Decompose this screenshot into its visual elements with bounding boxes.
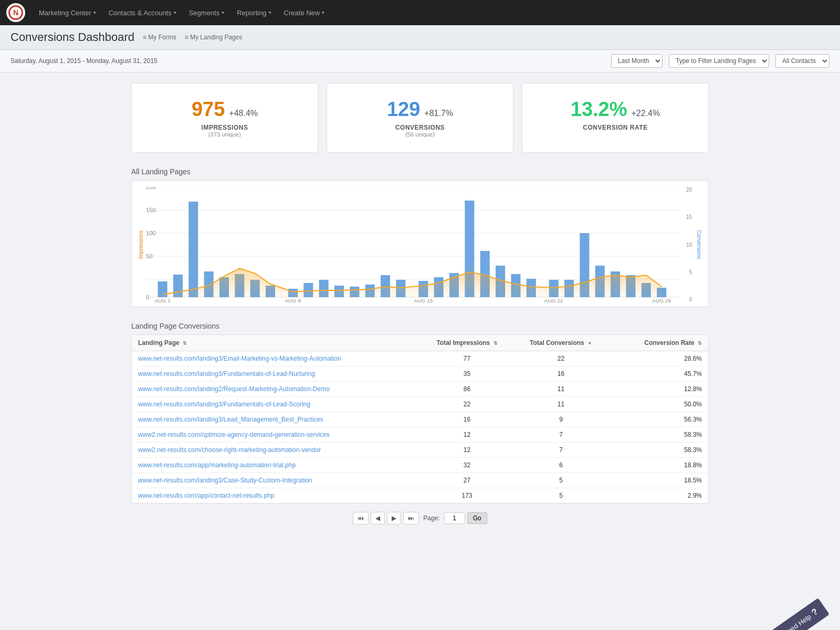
sort-icon-impressions: ⇅ xyxy=(494,341,498,346)
main-content: 975 +48.4% IMPRESSIONS (373 unique) 129 … xyxy=(121,72,719,543)
rate-cell: 2.9% xyxy=(608,492,702,499)
sort-icon-rate: ⇅ xyxy=(698,341,702,346)
landing-page-link[interactable]: www.net-results.com/landing3/Email-Marke… xyxy=(138,355,420,362)
contacts-filter[interactable]: All Contacts xyxy=(775,54,830,68)
chart-svg: 200 150 100 50 0 xyxy=(146,187,679,302)
table-row: www.net-results.com/app/contact-net-resu… xyxy=(132,488,708,503)
chevron-down-icon: ▾ xyxy=(322,10,324,15)
go-button[interactable]: Go xyxy=(467,512,487,524)
pagination: ⏮ ◀ ▶ ⏭ Page: Go xyxy=(131,503,709,533)
filters-bar: Saturday, August 1, 2015 - Monday, Augus… xyxy=(0,50,840,72)
col-header-impressions[interactable]: Total Impressions ⇅ xyxy=(420,339,514,346)
landing-page-link[interactable]: www2.net-results.com/optimize-agency-dem… xyxy=(138,431,420,438)
conversions-cell: 11 xyxy=(514,401,608,408)
table-row: www.net-results.com/app/marketing-automa… xyxy=(132,458,708,473)
landing-page-link[interactable]: www2.net-results.com/choose-right-market… xyxy=(138,446,420,454)
first-page-button[interactable]: ⏮ xyxy=(353,512,369,524)
top-navigation: N Marketing Center ▾ Contacts & Accounts… xyxy=(0,0,840,25)
landing-page-table: Landing Page ⇅ Total Impressions ⇅ Total… xyxy=(131,334,709,503)
sort-icon-page: ⇅ xyxy=(183,341,187,346)
logo[interactable]: N xyxy=(6,3,25,22)
chevron-down-icon: ▾ xyxy=(93,10,96,15)
landing-page-link[interactable]: www.net-results.com/landing3/Lead_Manage… xyxy=(138,416,420,423)
next-page-button[interactable]: ▶ xyxy=(387,512,401,524)
impressions-delta: +48.4% xyxy=(229,109,258,118)
chart-title: All Landing Pages xyxy=(131,167,709,176)
svg-text:AUG 29: AUG 29 xyxy=(652,298,671,302)
date-range-display: Saturday, August 1, 2015 - Monday, Augus… xyxy=(10,57,605,65)
landing-page-filter[interactable]: Type to Filter Landing Pages xyxy=(669,54,769,68)
stat-cards: 975 +48.4% IMPRESSIONS (373 unique) 129 … xyxy=(131,83,709,153)
svg-text:AUG 22: AUG 22 xyxy=(544,298,563,302)
rate-delta: +22.4% xyxy=(632,109,660,118)
conversions-cell: 16 xyxy=(514,370,608,377)
conversions-cell: 11 xyxy=(514,385,608,393)
table-row: www.net-results.com/landing2/Request-Mar… xyxy=(132,382,708,397)
conversions-cell: 22 xyxy=(514,355,608,362)
svg-text:200: 200 xyxy=(146,187,156,190)
table-header: Landing Page ⇅ Total Impressions ⇅ Total… xyxy=(132,335,708,351)
landing-page-link[interactable]: www.net-results.com/app/marketing-automa… xyxy=(138,461,420,469)
rate-cell: 12.8% xyxy=(608,385,702,393)
landing-page-link[interactable]: www.net-results.com/app/contact-net-resu… xyxy=(138,492,420,499)
col-header-conversions[interactable]: Total Conversions ▼ xyxy=(514,339,608,346)
landing-page-link[interactable]: www.net-results.com/landing3/Case-Study-… xyxy=(138,477,420,484)
nav-item-reporting[interactable]: Reporting ▾ xyxy=(232,6,276,20)
rate-cell: 18.5% xyxy=(608,477,702,484)
rate-cell: 56.3% xyxy=(608,416,702,423)
impressions-cell: 27 xyxy=(420,477,514,484)
landing-page-link[interactable]: www.net-results.com/landing2/Request-Mar… xyxy=(138,385,420,393)
svg-rect-13 xyxy=(188,202,198,297)
my-landing-pages-link[interactable]: ≡ My Landing Pages xyxy=(185,34,243,41)
impressions-cell: 16 xyxy=(420,416,514,423)
y-axis-right-label: Conversions xyxy=(694,187,704,302)
conversions-cell: 7 xyxy=(514,431,608,438)
rate-cell: 28.6% xyxy=(608,355,702,362)
col-header-rate[interactable]: Conversion Rate ⇅ xyxy=(608,339,702,346)
page-title: Conversions Dashboard xyxy=(10,30,134,44)
conversions-sublabel: (56 unique) xyxy=(335,131,505,138)
col-header-page[interactable]: Landing Page ⇅ xyxy=(138,339,420,346)
my-forms-link[interactable]: ≡ My Forms xyxy=(143,34,176,41)
impressions-label: IMPRESSIONS xyxy=(140,124,309,131)
svg-text:AUG 8: AUG 8 xyxy=(285,298,301,302)
conversions-label: CONVERSIONS xyxy=(335,124,505,131)
table-row: www.net-results.com/landing3/Email-Marke… xyxy=(132,351,708,366)
stat-card-conversions: 129 +81.7% CONVERSIONS (56 unique) xyxy=(327,83,513,153)
rate-cell: 18.8% xyxy=(608,461,702,469)
page-number-input[interactable] xyxy=(444,512,465,524)
landing-page-link[interactable]: www.net-results.com/landing3/Fundamental… xyxy=(138,401,420,408)
sort-icon-conversions: ▼ xyxy=(587,341,592,346)
page-header: Conversions Dashboard ≡ My Forms ≡ My La… xyxy=(0,25,840,50)
impressions-cell: 173 xyxy=(420,492,514,499)
table-row: www.net-results.com/landing3/Case-Study-… xyxy=(132,473,708,488)
impressions-number: 975 xyxy=(192,98,225,121)
stat-card-rate: 13.2% +22.4% CONVERSION RATE xyxy=(522,83,709,153)
chevron-down-icon: ▾ xyxy=(222,10,224,15)
last-page-button[interactable]: ⏭ xyxy=(403,512,419,524)
table-row: www.net-results.com/landing3/Fundamental… xyxy=(132,366,708,382)
conversions-cell: 5 xyxy=(514,477,608,484)
rate-cell: 45.7% xyxy=(608,370,702,377)
table-row: www.net-results.com/landing3/Lead_Manage… xyxy=(132,412,708,427)
logo-letter: N xyxy=(8,5,23,20)
rate-number: 13.2% xyxy=(571,98,627,121)
nav-item-marketing-center[interactable]: Marketing Center ▾ xyxy=(34,6,101,20)
impressions-cell: 32 xyxy=(420,461,514,469)
period-select[interactable]: Last Month xyxy=(611,54,663,68)
table-body: www.net-results.com/landing3/Email-Marke… xyxy=(132,351,708,503)
nav-item-create-new[interactable]: Create New ▾ xyxy=(279,6,330,20)
landing-page-link[interactable]: www.net-results.com/landing3/Fundamental… xyxy=(138,370,420,377)
conversions-cell: 5 xyxy=(514,492,608,499)
rate-label: CONVERSION RATE xyxy=(531,124,700,131)
chevron-down-icon: ▾ xyxy=(269,10,271,15)
svg-text:AUG 15: AUG 15 xyxy=(414,298,433,302)
nav-item-contacts-accounts[interactable]: Contacts & Accounts ▾ xyxy=(103,6,182,20)
svg-text:50: 50 xyxy=(146,254,153,259)
stat-card-impressions: 975 +48.4% IMPRESSIONS (373 unique) xyxy=(131,83,318,153)
nav-item-segments[interactable]: Segments ▾ xyxy=(184,6,230,20)
impressions-cell: 22 xyxy=(420,401,514,408)
page-label: Page: xyxy=(423,514,439,522)
prev-page-button[interactable]: ◀ xyxy=(371,512,385,524)
chevron-down-icon: ▾ xyxy=(174,10,176,15)
